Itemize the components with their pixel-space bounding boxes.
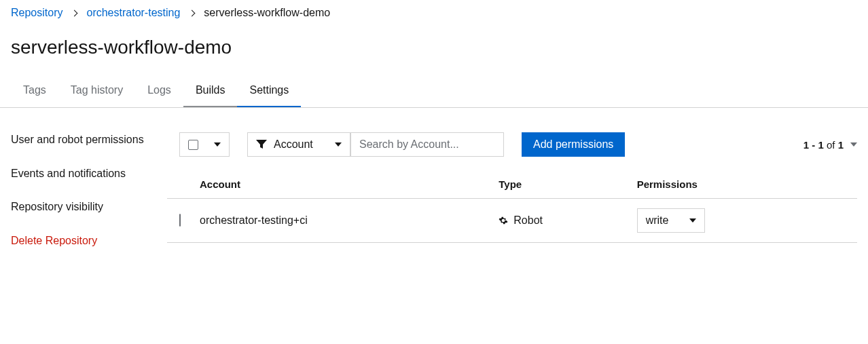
sidemenu-item-permissions[interactable]: User and robot permissions — [11, 132, 156, 166]
filter-label: Account — [274, 138, 313, 151]
tab-tags[interactable]: Tags — [11, 77, 58, 107]
table-row: orchestrator-testing+ci Robot write — [167, 199, 857, 243]
chevron-down-icon — [214, 142, 221, 147]
row-checkbox[interactable] — [179, 214, 181, 227]
checkbox-icon — [188, 140, 198, 150]
toolbar: Account Add permissions 1 - 1 of 1 — [167, 132, 857, 161]
cell-account: orchestrator-testing+ci — [194, 199, 493, 243]
sidemenu-item-visibility[interactable]: Repository visibility — [11, 199, 156, 233]
add-permissions-button[interactable]: Add permissions — [522, 132, 625, 157]
permissions-panel: Account Add permissions 1 - 1 of 1 — [167, 132, 857, 267]
sidemenu-item-events[interactable]: Events and notifications — [11, 166, 156, 200]
permissions-table: Account Type Permissions orchestrator-te… — [167, 170, 857, 243]
search-input[interactable] — [350, 132, 504, 157]
pagination: 1 - 1 of 1 — [803, 139, 857, 151]
tab-builds[interactable]: Builds — [183, 77, 238, 107]
settings-sidemenu: User and robot permissions Events and no… — [11, 132, 167, 267]
permission-value: write — [646, 214, 669, 227]
chevron-right-icon — [189, 9, 196, 16]
page-title: serverless-workflow-demo — [11, 37, 857, 58]
breadcrumb-root-link[interactable]: Repository — [11, 7, 62, 19]
col-permissions: Permissions — [632, 170, 830, 199]
filter-dropdown[interactable]: Account — [247, 132, 350, 157]
permission-select[interactable]: write — [637, 208, 705, 233]
chevron-down-icon — [335, 142, 342, 147]
tab-tag-history[interactable]: Tag history — [58, 77, 135, 107]
sidemenu-item-delete[interactable]: Delete Repository — [11, 233, 156, 267]
breadcrumb-org-link[interactable]: orchestrator-testing — [86, 7, 180, 19]
cell-type: Robot — [513, 214, 543, 227]
filter-icon — [256, 140, 267, 149]
breadcrumb-current: serverless-workflow-demo — [204, 7, 330, 19]
col-account: Account — [194, 170, 493, 199]
chevron-down-icon — [689, 218, 696, 223]
tab-logs[interactable]: Logs — [135, 77, 183, 107]
col-type: Type — [493, 170, 631, 199]
tabs: Tags Tag history Logs Builds Settings — [0, 77, 868, 108]
chevron-right-icon — [71, 9, 78, 16]
pagination-range: 1 - 1 — [803, 139, 824, 151]
breadcrumb: Repository orchestrator-testing serverle… — [11, 0, 857, 23]
tab-settings[interactable]: Settings — [237, 77, 301, 107]
chevron-down-icon[interactable] — [850, 142, 857, 147]
gear-icon — [499, 216, 508, 225]
pagination-total: 1 — [838, 139, 844, 151]
bulk-select-dropdown[interactable] — [179, 132, 230, 157]
